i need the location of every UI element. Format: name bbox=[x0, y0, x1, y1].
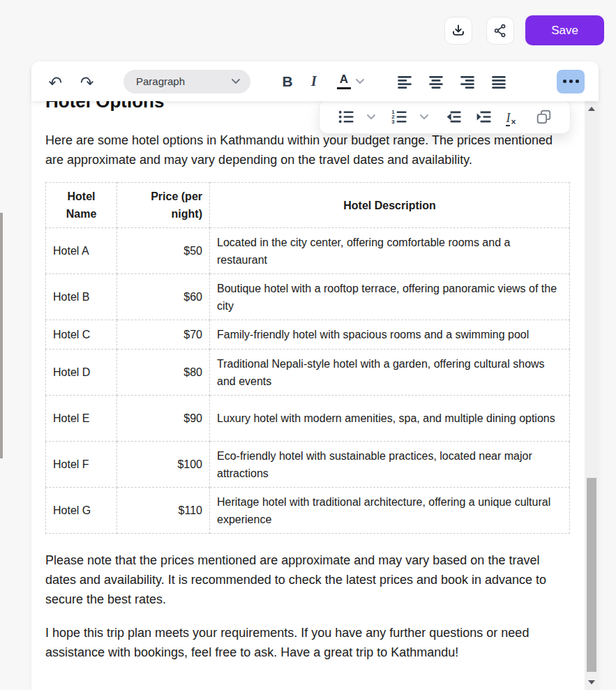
table-header-row: Hotel Name Price (per night) Hotel Descr… bbox=[46, 183, 570, 228]
copy-button[interactable] bbox=[534, 107, 553, 126]
chevron-down-icon bbox=[355, 77, 365, 85]
font-color-button[interactable]: A bbox=[337, 73, 351, 89]
scroll-down-arrow[interactable] bbox=[588, 680, 595, 684]
font-color-icon: A bbox=[340, 73, 348, 85]
align-right-button[interactable] bbox=[458, 73, 476, 91]
hotel-options-table: Hotel Name Price (per night) Hotel Descr… bbox=[45, 182, 570, 534]
remove-format-button[interactable]: I× bbox=[502, 107, 520, 126]
share-icon bbox=[492, 22, 509, 39]
copy-icon bbox=[534, 107, 553, 126]
chevron-down-icon bbox=[366, 113, 376, 121]
scrollbar-thumb[interactable] bbox=[587, 478, 596, 672]
cell-price: $60 bbox=[117, 274, 210, 320]
alignment-group bbox=[396, 73, 508, 91]
cell-description: Located in the city center, offering com… bbox=[210, 228, 570, 274]
outdent-icon bbox=[444, 107, 463, 126]
cell-description: Family-friendly hotel with spacious room… bbox=[210, 320, 570, 350]
redo-icon bbox=[78, 73, 95, 90]
download-button[interactable] bbox=[444, 17, 472, 45]
indent-button[interactable] bbox=[474, 107, 493, 126]
table-row: Hotel C $70 Family-friendly hotel with s… bbox=[46, 320, 570, 350]
align-center-button[interactable] bbox=[427, 73, 445, 91]
paragraph-style-dropdown[interactable]: Paragraph bbox=[123, 70, 250, 93]
cell-price: $80 bbox=[117, 350, 210, 396]
outdent-button[interactable] bbox=[444, 107, 463, 126]
table-row: Hotel F $100 Eco-friendly hotel with sus… bbox=[46, 442, 570, 488]
justify-button[interactable] bbox=[490, 73, 508, 91]
align-left-button[interactable] bbox=[396, 73, 414, 91]
cell-hotel-name: Hotel F bbox=[46, 442, 117, 488]
bold-button[interactable]: B bbox=[278, 71, 296, 92]
align-left-icon bbox=[396, 73, 414, 91]
undo-icon bbox=[47, 73, 64, 90]
align-right-icon bbox=[458, 73, 476, 91]
table-row: Hotel D $80 Traditional Nepali-style hot… bbox=[46, 350, 570, 396]
cell-description: Traditional Nepali-style hotel with a ga… bbox=[210, 350, 570, 396]
editor-toolbar: Paragraph B I A bbox=[31, 61, 599, 101]
document-editing-area[interactable]: Hotel Options Here are some hotel option… bbox=[31, 61, 585, 690]
cell-price: $110 bbox=[117, 488, 210, 534]
cell-hotel-name: Hotel C bbox=[46, 320, 117, 350]
chevron-down-icon bbox=[231, 77, 241, 85]
save-button[interactable]: Save bbox=[525, 15, 604, 45]
table-row: Hotel A $50 Located in the city center, … bbox=[46, 228, 570, 274]
numbered-list-icon: 1 2 3 bbox=[390, 107, 409, 126]
table-row: Hotel B $60 Boutique hotel with a roofto… bbox=[46, 274, 570, 320]
undo-button[interactable] bbox=[47, 73, 64, 90]
intro-paragraph: Here are some hotel options in Kathmandu… bbox=[45, 130, 570, 170]
bulleted-list-dropdown-arrow[interactable] bbox=[361, 107, 380, 126]
bulleted-list-icon bbox=[337, 107, 356, 126]
vertical-scrollbar[interactable] bbox=[585, 101, 599, 690]
bulleted-list-button[interactable] bbox=[337, 107, 356, 126]
cell-hotel-name: Hotel E bbox=[46, 396, 117, 442]
download-icon bbox=[450, 22, 467, 39]
bold-icon: B bbox=[282, 73, 292, 90]
italic-icon: I bbox=[311, 73, 317, 89]
column-header-description: Hotel Description bbox=[210, 183, 570, 228]
cell-hotel-name: Hotel A bbox=[46, 228, 117, 274]
closing-paragraph: I hope this trip plan meets your require… bbox=[45, 623, 570, 662]
remove-format-icon: I× bbox=[506, 112, 516, 126]
font-color-dropdown-arrow[interactable] bbox=[355, 77, 365, 85]
redo-button[interactable] bbox=[78, 73, 95, 90]
note-paragraph: Please note that the prices mentioned ar… bbox=[45, 550, 570, 609]
share-button[interactable] bbox=[486, 17, 514, 45]
table-row: Hotel E $90 Luxury hotel with modern ame… bbox=[46, 396, 570, 442]
justify-icon bbox=[490, 73, 508, 91]
cell-price: $90 bbox=[117, 396, 210, 442]
column-header-hotel-name: Hotel Name bbox=[46, 183, 117, 228]
cell-description: Eco-friendly hotel with sustainable prac… bbox=[210, 442, 570, 488]
numbered-list-button[interactable]: 1 2 3 bbox=[390, 107, 409, 126]
cell-hotel-name: Hotel B bbox=[46, 274, 117, 320]
table-row: Hotel G $110 Heritage hotel with traditi… bbox=[46, 488, 570, 534]
cell-hotel-name: Hotel G bbox=[46, 488, 117, 534]
column-header-price: Price (per night) bbox=[117, 183, 210, 228]
scroll-up-arrow[interactable] bbox=[588, 107, 595, 111]
cell-price: $70 bbox=[117, 320, 210, 350]
cell-description: Boutique hotel with a rooftop terrace, o… bbox=[210, 274, 570, 320]
cell-hotel-name: Hotel D bbox=[46, 350, 117, 396]
more-icon bbox=[563, 80, 579, 83]
indent-icon bbox=[474, 107, 493, 126]
toolbar-overflow-panel: 1 2 3 bbox=[319, 99, 571, 134]
italic-button[interactable]: I bbox=[306, 71, 322, 92]
cell-price: $100 bbox=[117, 442, 210, 488]
cell-description: Luxury hotel with modern amenities, spa,… bbox=[210, 396, 570, 442]
align-center-icon bbox=[427, 73, 445, 91]
chevron-down-icon bbox=[419, 113, 429, 121]
paragraph-style-label: Paragraph bbox=[136, 75, 231, 87]
numbered-list-dropdown-arrow[interactable] bbox=[414, 107, 433, 126]
editor-card: Hotel Options Here are some hotel option… bbox=[31, 61, 599, 690]
svg-text:3: 3 bbox=[391, 118, 395, 124]
font-color-swatch bbox=[337, 87, 351, 89]
cell-description: Heritage hotel with traditional architec… bbox=[210, 488, 570, 534]
more-button[interactable] bbox=[557, 70, 585, 93]
cell-price: $50 bbox=[117, 228, 210, 274]
background-window-edge bbox=[0, 213, 3, 458]
